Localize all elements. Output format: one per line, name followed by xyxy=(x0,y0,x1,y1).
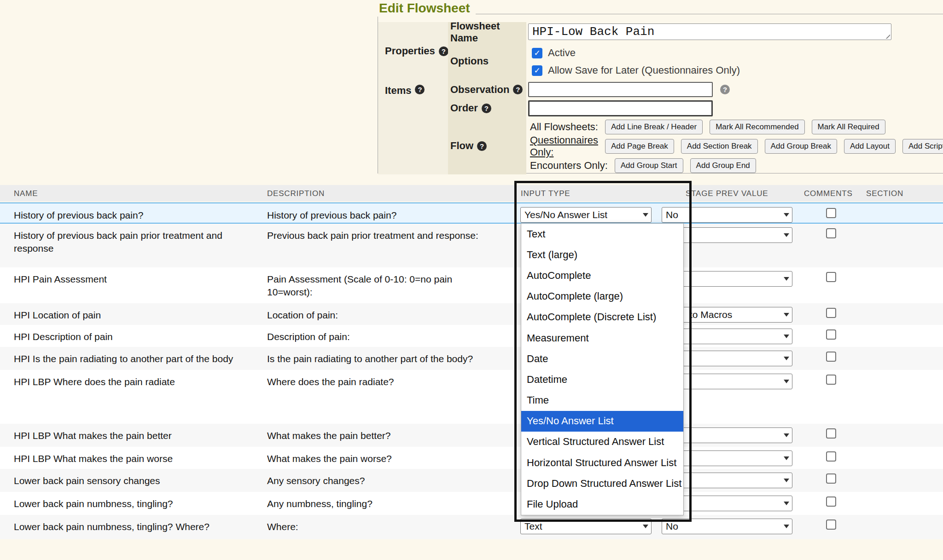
row-description: Any numbness, tingling? xyxy=(267,492,511,510)
table-row: Lower back pain numbness, tingling? Wher… xyxy=(0,515,943,539)
flow-group-label: Encounters Only: xyxy=(530,160,608,172)
options-label: Options xyxy=(448,42,526,80)
flow-button[interactable]: Add Layout xyxy=(844,139,896,154)
help-icon[interactable]: ? xyxy=(415,85,425,94)
flow-button[interactable]: Add Page Break xyxy=(605,139,674,154)
order-input[interactable] xyxy=(528,100,713,116)
dropdown-option[interactable]: Date xyxy=(521,348,683,369)
dropdown-option[interactable]: AutoComplete xyxy=(521,265,683,286)
observation-cell: ? xyxy=(526,80,943,99)
checkbox-checked[interactable]: ✓ xyxy=(532,65,542,76)
table-header: NAMEDESCRIPTIONINPUT TYPESTAGE PREV VALU… xyxy=(0,185,943,202)
flow-button[interactable]: Add Group Start xyxy=(615,158,683,173)
row-description: Any sensory changes? xyxy=(267,469,511,487)
option-row: ✓Active xyxy=(526,44,943,62)
option-row: ✓Allow Save for Later (Questionnaires On… xyxy=(526,62,943,79)
comments-checkbox[interactable] xyxy=(826,228,836,238)
table-row: HPI LBP What makes the pain worse What m… xyxy=(0,447,943,469)
dropdown-option[interactable]: AutoComplete (large) xyxy=(521,286,683,307)
dropdown-option[interactable]: Time xyxy=(521,390,683,411)
flow-button[interactable]: Add Group Break xyxy=(765,139,837,154)
flow-button[interactable]: Mark All Required xyxy=(812,120,885,134)
chevron-down-icon xyxy=(784,502,789,505)
flowsheet-name-label: Flowsheet Name xyxy=(448,22,526,42)
chevron-down-icon xyxy=(784,433,789,437)
properties-section-label: Properties ? xyxy=(378,22,448,80)
row-description: Where: xyxy=(267,515,511,533)
dropdown-option[interactable]: Vertical Structured Answer List xyxy=(521,432,683,452)
comments-checkbox[interactable] xyxy=(826,208,836,218)
resize-handle-icon[interactable] xyxy=(884,33,890,39)
dropdown-option[interactable]: Datetime xyxy=(521,369,683,390)
dropdown-option[interactable]: AutoComplete (Discrete List) xyxy=(521,307,683,328)
flow-button[interactable]: Add Scriptlet xyxy=(902,139,943,154)
comments-checkbox[interactable] xyxy=(826,375,836,385)
row-description: Is the pain radiating to another part of… xyxy=(267,347,511,365)
dropdown-option[interactable]: Measurement xyxy=(521,328,683,348)
help-icon[interactable]: ? xyxy=(720,85,730,94)
chevron-down-icon xyxy=(784,525,789,528)
column-header: COMMENTS xyxy=(804,189,853,198)
comments-checkbox[interactable] xyxy=(826,428,836,439)
dropdown-option[interactable]: Text xyxy=(521,224,683,244)
comments-checkbox[interactable] xyxy=(826,329,836,340)
row-name: HPI Description of pain xyxy=(14,325,260,343)
comments-checkbox[interactable] xyxy=(826,308,836,318)
column-header: STAGE PREV VALUE xyxy=(686,189,768,198)
row-description: Where does the pain radiate? xyxy=(267,370,511,388)
row-name: HPI Is the pain radiating to another par… xyxy=(14,347,260,365)
items-label-text: Items xyxy=(385,85,411,97)
stage-prev-value: No xyxy=(666,209,678,220)
row-name: HPI Location of pain xyxy=(14,303,260,322)
row-description: Pain Assessment (Scale of 0-10: 0=no pai… xyxy=(267,267,511,299)
flow-button[interactable]: Add Line Break / Header xyxy=(605,120,703,134)
stage-prev-select[interactable]: No xyxy=(662,519,792,534)
page-title: Edit Flowsheet xyxy=(378,1,476,17)
stage-prev-select[interactable]: No xyxy=(662,207,792,223)
input-type-value: Text xyxy=(524,521,542,532)
flow-button[interactable]: Mark All Recommended xyxy=(710,120,804,134)
row-name: History of previous back pain prior trea… xyxy=(14,224,260,255)
checkbox-checked[interactable]: ✓ xyxy=(532,48,542,58)
order-cell xyxy=(526,99,943,117)
flow-button[interactable]: Add Group End xyxy=(690,158,756,173)
comments-checkbox[interactable] xyxy=(826,473,836,484)
input-type-select[interactable]: Text xyxy=(520,519,652,534)
chevron-down-icon xyxy=(784,213,789,217)
help-icon[interactable]: ? xyxy=(477,141,487,151)
comments-checkbox[interactable] xyxy=(826,520,836,530)
table-row: HPI LBP What makes the pain better What … xyxy=(0,424,943,447)
help-icon[interactable]: ? xyxy=(513,85,523,94)
flowsheet-name-input[interactable]: HPI-Low Back Pain xyxy=(528,23,891,40)
dropdown-option[interactable]: Drop Down Structured Answer List xyxy=(521,473,683,494)
chevron-down-icon xyxy=(784,233,789,237)
table-row: Lower back pain numbness, tingling? Any … xyxy=(0,492,943,515)
dropdown-option-selected[interactable]: Yes/No Answer List xyxy=(521,411,683,432)
table-row: History of previous back pain? History o… xyxy=(0,202,943,224)
comments-checkbox[interactable] xyxy=(826,272,836,282)
column-header: SECTION xyxy=(866,189,903,198)
observation-input[interactable] xyxy=(528,82,713,97)
row-name: HPI Pain Assessment xyxy=(14,267,260,286)
row-description: History of previous back pain? xyxy=(267,203,511,222)
checkbox-label: Active xyxy=(548,47,576,59)
dropdown-option[interactable]: Horizontal Structured Answer List xyxy=(521,452,683,473)
help-icon[interactable]: ? xyxy=(482,104,491,113)
flow-button[interactable]: Add Section Break xyxy=(681,139,758,154)
dropdown-option[interactable]: File Upload xyxy=(521,494,683,514)
stage-prev-value: No xyxy=(666,521,678,532)
dropdown-option[interactable]: Text (large) xyxy=(521,244,683,265)
flow-label: Flow ? xyxy=(448,117,526,174)
chevron-down-icon xyxy=(643,525,648,528)
row-description: Description of pain: xyxy=(267,325,511,343)
row-name: HPI LBP Where does the pain radiate xyxy=(14,370,260,388)
input-type-select[interactable]: Yes/No Answer List xyxy=(520,207,652,223)
chevron-down-icon xyxy=(784,380,789,383)
checkbox-label: Allow Save for Later (Questionnaires Onl… xyxy=(548,64,740,76)
comments-checkbox[interactable] xyxy=(826,496,836,507)
comments-checkbox[interactable] xyxy=(826,352,836,362)
flowsheet-form: Properties ? Flowsheet Name HPI-Low Back… xyxy=(378,14,943,173)
comments-checkbox[interactable] xyxy=(826,451,836,462)
row-description: What makes the pain worse? xyxy=(267,447,511,465)
help-icon[interactable]: ? xyxy=(439,46,448,56)
